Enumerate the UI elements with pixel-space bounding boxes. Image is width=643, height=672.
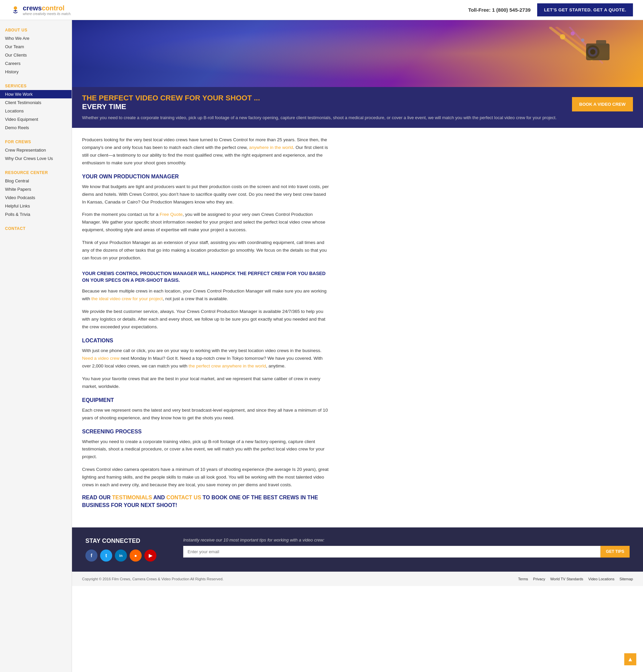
sidebar-section-title-services: SERVICES: [0, 81, 72, 90]
book-video-crew-button[interactable]: BOOK A VIDEO CREW: [572, 97, 633, 111]
section-text-equipment: Each crew we represent owns the latest a…: [82, 407, 330, 422]
contact-us-cta-link[interactable]: CONTACT US: [167, 495, 201, 500]
svg-point-9: [588, 47, 597, 57]
section-heading-production-manager: YOUR OWN PRODUCTION MANAGER: [82, 174, 330, 180]
section-text-handpick-2: We provide the best customer service, al…: [82, 308, 330, 331]
youtube-icon[interactable]: ▶: [144, 549, 156, 562]
sidebar-section-title-about-us: ABOUT US: [0, 25, 72, 34]
section-text-screening-2: Crews Control video camera operators hav…: [82, 466, 330, 489]
sidebar-item-our-team[interactable]: Our Team: [0, 42, 72, 51]
logo: crewscontrol where creativity meets its …: [10, 4, 71, 16]
section-heading-equipment: EQUIPMENT: [82, 397, 330, 403]
footer-stay-connected: STAY CONNECTED f t in ● ▶ Instantly rece…: [72, 527, 643, 572]
get-started-button[interactable]: LET'S GET STARTED. GET A QUOTE.: [537, 3, 633, 16]
sidebar-item-who-we-are[interactable]: Who We Are: [0, 34, 72, 42]
header: crewscontrol where creativity meets its …: [0, 0, 643, 20]
sidebar-item-white-papers[interactable]: White Papers: [0, 185, 72, 194]
sidebar-item-careers[interactable]: Careers: [0, 59, 72, 67]
footer-link-terms[interactable]: Terms: [518, 577, 528, 581]
section-text-locations-1: With just one phone call or click, you a…: [82, 347, 330, 370]
sidebar-item-video-equipment[interactable]: Video Equipment: [0, 115, 72, 124]
main-layout: ABOUT US Who We Are Our Team Our Clients…: [0, 20, 643, 672]
sidebar-item-how-we-work[interactable]: How We Work: [0, 90, 72, 98]
ideal-crew-link[interactable]: the ideal video crew for your project: [92, 296, 163, 301]
email-input[interactable]: [183, 546, 600, 558]
footer-link-world-tv[interactable]: World TV Standards: [550, 577, 583, 581]
svg-point-12: [571, 32, 575, 36]
svg-line-4: [556, 27, 596, 57]
logo-tagline: where creativity meets its match.: [23, 12, 71, 16]
intro-title-sub: EVERY TIME: [82, 102, 565, 111]
section-heading-handpick: YOUR CREWS CONTROL PRODUCTION MANAGER WI…: [82, 270, 330, 284]
section-text-handpick-1: Because we have multiple crews in each l…: [82, 287, 330, 303]
email-signup-title: Instantly receive our 10 most important …: [183, 537, 630, 543]
sidebar-item-helpful-links[interactable]: Helpful Links: [0, 202, 72, 210]
toll-free: Toll-Free: 1 (800) 545-2739: [468, 7, 531, 13]
sidebar-section-title-resource-center: RESOURCE CENTER: [0, 168, 72, 177]
sidebar-section-for-crews: FOR CREWS Crew Representation Why Our Cr…: [0, 137, 72, 163]
sidebar-item-blog-central[interactable]: Blog Central: [0, 177, 72, 185]
get-tips-button[interactable]: GET TIPS: [600, 546, 630, 558]
sidebar: ABOUT US Who We Are Our Team Our Clients…: [0, 20, 72, 672]
logo-icon: [10, 5, 21, 15]
rss-icon[interactable]: ●: [130, 549, 142, 562]
sidebar-item-history[interactable]: History: [0, 67, 72, 76]
svg-rect-7: [596, 40, 606, 45]
facebook-icon[interactable]: f: [85, 549, 97, 562]
section-heading-screening: SCREENING PROCESS: [82, 429, 330, 435]
hero-camera-svg: [549, 27, 616, 80]
cta-text: READ OUR TESTIMONIALS AND CONTACT US TO …: [82, 494, 330, 509]
copyright: Copyright © 2016 Film Crews, Camera Crew…: [82, 577, 223, 581]
section-text-pm-1: We know that budgets are tight and produ…: [82, 183, 330, 206]
twitter-icon[interactable]: t: [100, 549, 112, 562]
svg-line-3: [549, 27, 593, 60]
sidebar-section-title-contact: CONTACT: [0, 224, 72, 233]
sidebar-item-our-clients[interactable]: Our Clients: [0, 51, 72, 59]
sidebar-item-locations[interactable]: Locations: [0, 107, 72, 115]
linkedin-icon[interactable]: in: [115, 549, 127, 562]
sidebar-item-video-podcasts[interactable]: Video Podcasts: [0, 194, 72, 202]
svg-point-13: [581, 38, 584, 42]
intro-banner: THE PERFECT VIDEO CREW FOR YOUR SHOOT ..…: [72, 87, 643, 128]
svg-point-10: [590, 49, 595, 54]
sidebar-item-demo-reels[interactable]: Demo Reels: [0, 124, 72, 132]
svg-point-0: [14, 7, 17, 10]
cta-row: READ OUR TESTIMONIALS AND CONTACT US TO …: [82, 494, 330, 519]
email-signup: Instantly receive our 10 most important …: [183, 537, 630, 558]
sidebar-section-contact: CONTACT: [0, 224, 72, 233]
sidebar-item-polls-trivia[interactable]: Polls & Trivia: [0, 210, 72, 219]
back-to-top-button[interactable]: ▲: [624, 653, 636, 665]
sidebar-item-why-our-crews-love-us[interactable]: Why Our Crews Love Us: [0, 154, 72, 163]
svg-point-11: [560, 34, 565, 39]
anywhere-in-world-link[interactable]: anywhere in the world: [249, 145, 293, 150]
section-heading-locations: LOCATIONS: [82, 338, 330, 344]
intro-title-main: THE PERFECT VIDEO CREW FOR YOUR SHOOT ..…: [82, 94, 565, 102]
social-icons: f t in ● ▶: [85, 549, 156, 562]
sidebar-item-client-testimonials[interactable]: Client Testimonials: [0, 98, 72, 107]
svg-point-8: [586, 45, 599, 59]
need-video-crew-link[interactable]: Need a video crew: [82, 356, 120, 361]
testimonials-cta-link[interactable]: TESTIMONIALS: [112, 495, 152, 500]
sidebar-item-crew-representation[interactable]: Crew Representation: [0, 146, 72, 154]
free-quote-link[interactable]: Free Quote: [160, 212, 183, 217]
logo-text: crewscontrol: [23, 4, 65, 12]
footer-link-privacy[interactable]: Privacy: [533, 577, 545, 581]
perfect-crew-anywhere-link[interactable]: the perfect crew anywhere in the world: [189, 363, 266, 369]
main-content: THE PERFECT VIDEO CREW FOR YOUR SHOOT ..…: [72, 20, 643, 672]
intro-description: Whether you need to create a corporate t…: [82, 114, 565, 121]
article-content: Producers looking for the very best loca…: [72, 128, 340, 527]
stay-connected-title: STAY CONNECTED: [85, 537, 156, 545]
sidebar-section-resource-center: RESOURCE CENTER Blog Central White Paper…: [0, 168, 72, 219]
email-row: GET TIPS: [183, 546, 630, 558]
section-text-screening-1: Whether you need to create a corporate t…: [82, 438, 330, 461]
footer-link-video-locations[interactable]: Video Locations: [589, 577, 615, 581]
intro-text-block: THE PERFECT VIDEO CREW FOR YOUR SHOOT ..…: [82, 94, 565, 121]
section-text-pm-2: From the moment you contact us for a Fre…: [82, 211, 330, 234]
hero-image: [72, 20, 643, 87]
footer-link-sitemap[interactable]: Sitemap: [620, 577, 633, 581]
header-right: Toll-Free: 1 (800) 545-2739 LET'S GET ST…: [468, 3, 633, 16]
article-intro: Producers looking for the very best loca…: [82, 136, 330, 167]
stay-connected-block: STAY CONNECTED f t in ● ▶: [85, 537, 156, 562]
section-text-pm-3: Think of your Production Manager as an e…: [82, 239, 330, 262]
svg-rect-6: [586, 43, 609, 60]
